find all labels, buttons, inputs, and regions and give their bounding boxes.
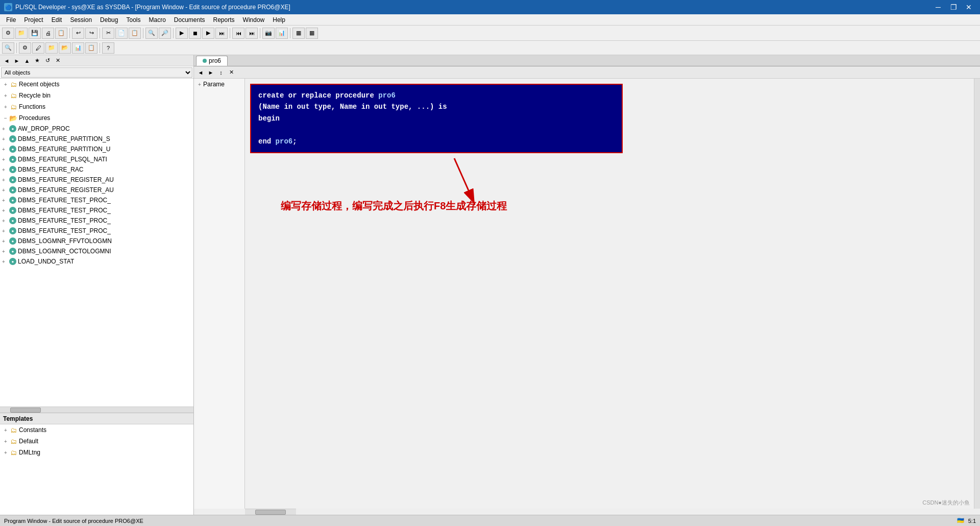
expand-functions[interactable]: + [2,104,9,110]
proc-item-1[interactable]: + ● DBMS_FEATURE_PARTITION_S [0,134,193,144]
lt-close[interactable]: ✕ [53,56,62,65]
tb2-help[interactable]: ? [102,42,114,54]
menu-help[interactable]: Help [268,15,289,25]
editor-scrollbar-h[interactable] [245,509,296,515]
proc-item-11[interactable]: + ● DBMS_LOGMNR_FFVTOLOGMN [0,236,193,246]
tb-cut[interactable]: ✂ [102,28,114,39]
tree-item-recycle[interactable]: + 🗂 Recycle bin [0,90,193,101]
lt-prev[interactable]: ◄ [2,56,11,65]
template-item-constants[interactable]: + 🗂 Constants [0,424,193,436]
proc-item-5[interactable]: + ● DBMS_FEATURE_REGISTER_AU [0,175,193,185]
tb2-search[interactable]: 🔍 [2,42,14,54]
proc-item-9[interactable]: + ● DBMS_FEATURE_TEST_PROC_ [0,216,193,226]
tb-new[interactable]: ⚙ [2,28,14,39]
menu-tools[interactable]: Tools [122,15,144,25]
restore-button[interactable]: ❐ [946,1,961,13]
et-next[interactable]: ► [206,68,215,77]
code-box[interactable]: create or replace procedure pro6 (Name i… [250,84,623,153]
tb-find[interactable]: 🔍 [145,28,158,39]
proc-item-13[interactable]: + ● LOAD_UNDO_STAT [0,256,193,267]
tb-grid2[interactable]: ▦ [306,28,318,39]
tb-print2[interactable]: 📋 [55,28,67,39]
et-sort[interactable]: ↕ [216,68,226,77]
expand-dml[interactable]: + [2,450,9,456]
menu-session[interactable]: Session [66,15,96,25]
tree-item-functions[interactable]: + 🗂 Functions [0,101,193,112]
tb2-list[interactable]: 📋 [85,42,97,54]
tb-print[interactable]: 🖨 [42,28,54,39]
proc-item-2[interactable]: + ● DBMS_FEATURE_PARTITION_U [0,144,193,154]
menu-macro[interactable]: Macro [144,15,169,25]
template-item-default[interactable]: + 🗂 Default [0,436,193,447]
expand-proc-3[interactable]: + [2,157,9,162]
editor-scrollbar-thumb[interactable] [255,510,286,515]
tb2-gear[interactable]: ⚙ [19,42,31,54]
expand-proc-6[interactable]: + [2,187,9,193]
tb-back[interactable]: ⏮ [232,28,244,39]
lt-next[interactable]: ► [12,56,21,65]
expand-proc-4[interactable]: + [2,167,9,173]
proc-item-7[interactable]: + ● DBMS_FEATURE_TEST_PROC_ [0,195,193,205]
close-button[interactable]: ✕ [962,1,976,13]
right-scrollbar[interactable] [974,79,980,509]
tb-chart[interactable]: 📊 [276,28,288,39]
tb-compile[interactable]: ▶ [176,28,188,39]
expand-params[interactable]: + [196,82,203,87]
expand-constants[interactable]: + [2,427,9,433]
menu-documents[interactable]: Documents [170,15,209,25]
menu-window[interactable]: Window [239,15,269,25]
expand-proc-12[interactable]: + [2,249,9,254]
tb-run[interactable]: ▶ [202,28,214,39]
template-item-dml[interactable]: + 🗂 DMLtng [0,447,193,458]
expand-proc-5[interactable]: + [2,177,9,183]
tb-forward[interactable]: ⏭ [246,28,258,39]
lt-favorites[interactable]: ★ [33,56,42,65]
menu-project[interactable]: Project [20,15,47,25]
tb-undo[interactable]: ↩ [72,28,84,39]
expand-proc-0[interactable]: + [2,126,9,132]
tb-find2[interactable]: 🔎 [159,28,171,39]
tb-grid1[interactable]: ▦ [292,28,305,39]
expand-default[interactable]: + [2,439,9,444]
code-editor[interactable]: create or replace procedure pro6 (Name i… [245,79,974,509]
tb-copy[interactable]: 📄 [115,28,128,39]
menu-debug[interactable]: Debug [96,15,122,25]
tb2-folder1[interactable]: 📁 [45,42,58,54]
tb-save[interactable]: 💾 [29,28,41,39]
proc-item-10[interactable]: + ● DBMS_FEATURE_TEST_PROC_ [0,226,193,236]
proc-item-3[interactable]: + ● DBMS_FEATURE_PLSQL_NATI [0,154,193,164]
tab-pro6[interactable]: pro6 [196,56,228,66]
lt-up[interactable]: ▲ [22,56,32,65]
expand-proc-1[interactable]: + [2,136,9,142]
proc-item-6[interactable]: + ● DBMS_FEATURE_REGISTER_AU [0,185,193,195]
tb-paste[interactable]: 📋 [129,28,141,39]
tb-snap[interactable]: 📷 [262,28,275,39]
object-type-select[interactable]: All objects [1,67,192,78]
lt-refresh[interactable]: ↺ [43,56,52,65]
tb-redo[interactable]: ↪ [85,28,97,39]
expand-proc-13[interactable]: + [2,259,9,265]
proc-item-12[interactable]: + ● DBMS_LOGMNR_OCTOLOGMNI [0,246,193,256]
tb2-pen[interactable]: 🖊 [32,42,44,54]
proc-item-0[interactable]: + ● AW_DROP_PROC [0,124,193,134]
expand-recycle[interactable]: + [2,93,9,99]
scrollbar-thumb[interactable] [10,408,41,413]
expand-procedures[interactable]: − [2,115,9,121]
expand-proc-9[interactable]: + [2,218,9,224]
tb-step[interactable]: ⏭ [215,28,228,39]
proc-item-4[interactable]: + ● DBMS_FEATURE_RAC [0,164,193,175]
tb2-folder2[interactable]: 📂 [59,42,71,54]
menu-edit[interactable]: Edit [47,15,66,25]
expand-proc-8[interactable]: + [2,208,9,213]
tree-item-recent[interactable]: + 🗂 Recent objects [0,79,193,90]
expand-proc-2[interactable]: + [2,147,9,152]
et-prev[interactable]: ◄ [196,68,205,77]
proc-item-8[interactable]: + ● DBMS_FEATURE_TEST_PROC_ [0,205,193,216]
object-selector[interactable]: All objects [0,66,193,79]
menu-file[interactable]: File [2,15,20,25]
menu-reports[interactable]: Reports [209,15,239,25]
tree-scrollbar-h[interactable] [0,407,193,413]
params-item[interactable]: + Parame [194,79,244,90]
expand-proc-11[interactable]: + [2,238,9,244]
et-close[interactable]: ✕ [227,68,236,77]
